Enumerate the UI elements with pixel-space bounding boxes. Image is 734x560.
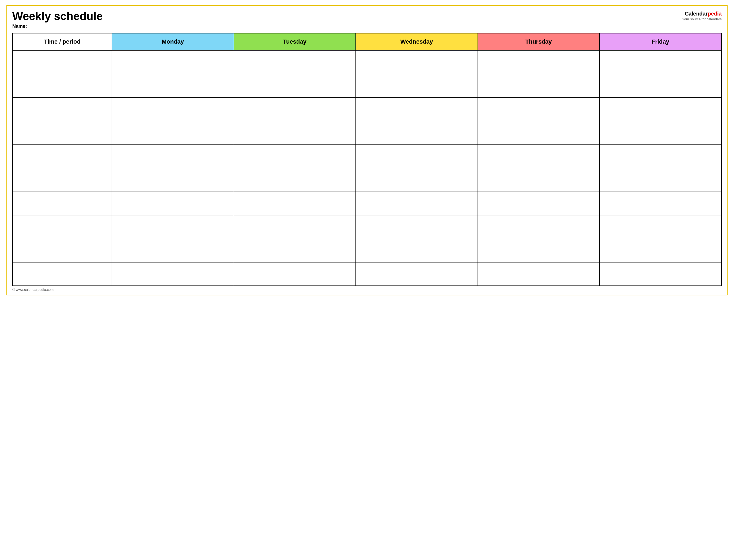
table-row [13,121,721,144]
schedule-cell[interactable] [600,121,721,144]
schedule-cell[interactable] [234,144,355,168]
page-wrapper: Weekly schedule Calendarpedia Your sourc… [6,5,728,295]
schedule-cell[interactable] [234,74,355,97]
schedule-cell[interactable] [234,168,355,192]
schedule-cell[interactable] [600,97,721,121]
time-cell[interactable] [13,215,112,239]
schedule-cell[interactable] [356,262,478,286]
col-header-tuesday: Tuesday [234,33,355,50]
brand-pedia-text: pedia [708,11,722,17]
schedule-cell[interactable] [112,192,234,215]
schedule-cell[interactable] [112,262,234,286]
schedule-cell[interactable] [356,97,478,121]
brand-tagline: Your source for calendars [682,17,722,22]
schedule-cell[interactable] [234,239,355,262]
schedule-cell[interactable] [478,144,599,168]
schedule-cell[interactable] [356,144,478,168]
col-header-monday: Monday [112,33,234,50]
schedule-cell[interactable] [112,97,234,121]
table-row [13,239,721,262]
table-row [13,97,721,121]
col-header-wednesday: Wednesday [356,33,478,50]
schedule-cell[interactable] [478,168,599,192]
schedule-cell[interactable] [356,168,478,192]
schedule-cell[interactable] [234,50,355,74]
brand-calendar-text: Calendar [685,11,708,17]
table-row [13,262,721,286]
footer: © www.calendarpedia.com [12,288,722,292]
table-row [13,144,721,168]
col-header-friday: Friday [600,33,721,50]
name-label: Name: [12,24,722,29]
schedule-cell[interactable] [234,215,355,239]
time-cell[interactable] [13,50,112,74]
schedule-cell[interactable] [112,239,234,262]
table-row [13,168,721,192]
time-cell[interactable] [13,239,112,262]
schedule-cell[interactable] [234,192,355,215]
schedule-cell[interactable] [478,262,599,286]
schedule-cell[interactable] [356,121,478,144]
brand-logo: Calendarpedia Your source for calendars [682,10,722,22]
header-row: Weekly schedule Calendarpedia Your sourc… [12,10,722,22]
col-header-thursday: Thursday [478,33,599,50]
schedule-cell[interactable] [600,144,721,168]
schedule-cell[interactable] [478,121,599,144]
schedule-cell[interactable] [600,168,721,192]
schedule-cell[interactable] [112,215,234,239]
table-row [13,192,721,215]
table-row [13,215,721,239]
time-cell[interactable] [13,168,112,192]
time-cell[interactable] [13,144,112,168]
table-header-row: Time / period Monday Tuesday Wednesday T… [13,33,721,50]
schedule-table: Time / period Monday Tuesday Wednesday T… [12,33,722,286]
schedule-cell[interactable] [600,50,721,74]
schedule-cell[interactable] [600,74,721,97]
schedule-cell[interactable] [112,121,234,144]
time-cell[interactable] [13,74,112,97]
schedule-cell[interactable] [356,239,478,262]
footer-url: © www.calendarpedia.com [12,288,54,292]
time-cell[interactable] [13,97,112,121]
schedule-cell[interactable] [478,74,599,97]
schedule-cell[interactable] [478,97,599,121]
schedule-cell[interactable] [112,144,234,168]
schedule-cell[interactable] [600,262,721,286]
schedule-cell[interactable] [356,50,478,74]
time-cell[interactable] [13,262,112,286]
page-title: Weekly schedule [12,10,103,22]
schedule-cell[interactable] [234,262,355,286]
schedule-cell[interactable] [600,239,721,262]
col-header-time: Time / period [13,33,112,50]
schedule-cell[interactable] [356,192,478,215]
schedule-cell[interactable] [234,121,355,144]
schedule-cell[interactable] [600,215,721,239]
schedule-cell[interactable] [356,74,478,97]
time-cell[interactable] [13,192,112,215]
schedule-cell[interactable] [478,50,599,74]
schedule-cell[interactable] [478,215,599,239]
schedule-cell[interactable] [112,74,234,97]
schedule-cell[interactable] [356,215,478,239]
table-row [13,50,721,74]
schedule-cell[interactable] [478,192,599,215]
schedule-cell[interactable] [112,168,234,192]
schedule-cell[interactable] [478,239,599,262]
table-row [13,74,721,97]
schedule-cell[interactable] [600,192,721,215]
schedule-cell[interactable] [112,50,234,74]
schedule-cell[interactable] [234,97,355,121]
time-cell[interactable] [13,121,112,144]
